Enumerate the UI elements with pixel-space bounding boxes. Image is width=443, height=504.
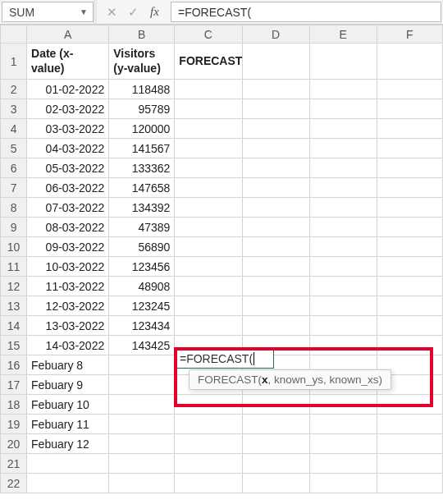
col-header-A[interactable]: A xyxy=(27,25,109,44)
cell[interactable] xyxy=(175,277,242,296)
row-header[interactable]: 10 xyxy=(1,237,27,257)
cell[interactable]: 118488 xyxy=(109,80,175,99)
cell[interactable] xyxy=(175,395,242,415)
cell[interactable] xyxy=(309,395,377,415)
cell[interactable] xyxy=(175,218,242,237)
cell[interactable] xyxy=(242,434,309,454)
row-header[interactable]: 17 xyxy=(1,375,27,395)
cell[interactable]: 120000 xyxy=(109,119,175,139)
cell[interactable] xyxy=(175,415,242,434)
cell[interactable] xyxy=(242,415,309,434)
cell[interactable] xyxy=(309,218,377,237)
cell[interactable]: FORECAST xyxy=(175,44,242,80)
col-header-D[interactable]: D xyxy=(242,25,309,44)
cell[interactable] xyxy=(309,316,377,336)
cell[interactable]: 123434 xyxy=(109,316,175,336)
cell[interactable] xyxy=(109,454,175,474)
cell[interactable] xyxy=(242,257,309,277)
cell[interactable] xyxy=(242,99,309,119)
cell[interactable] xyxy=(309,296,377,316)
row-header[interactable]: 3 xyxy=(1,99,27,119)
cell[interactable] xyxy=(175,434,242,454)
cell[interactable] xyxy=(309,198,377,218)
row-header[interactable]: 22 xyxy=(1,474,27,493)
chevron-down-icon[interactable]: ▼ xyxy=(78,7,89,16)
cell[interactable] xyxy=(377,44,442,80)
cell[interactable] xyxy=(175,139,242,158)
cell[interactable]: 147658 xyxy=(109,178,175,198)
cell[interactable] xyxy=(377,178,442,198)
cell[interactable]: Febuary 10 xyxy=(27,395,109,415)
cell[interactable] xyxy=(109,415,175,434)
cell[interactable] xyxy=(377,277,442,296)
row-header[interactable]: 9 xyxy=(1,218,27,237)
cell[interactable] xyxy=(242,139,309,158)
cell[interactable] xyxy=(309,415,377,434)
row-header[interactable]: 1 xyxy=(1,44,27,80)
cell[interactable] xyxy=(242,296,309,316)
cell[interactable] xyxy=(175,80,242,99)
col-header-E[interactable]: E xyxy=(309,25,377,44)
cell[interactable] xyxy=(242,178,309,198)
cell[interactable]: 05-03-2022 xyxy=(27,158,109,178)
row-header[interactable]: 20 xyxy=(1,434,27,454)
cell[interactable]: 11-03-2022 xyxy=(27,277,109,296)
cell[interactable] xyxy=(175,99,242,119)
cell[interactable] xyxy=(377,198,442,218)
cell[interactable] xyxy=(242,119,309,139)
cell[interactable] xyxy=(377,139,442,158)
row-header[interactable]: 2 xyxy=(1,80,27,99)
cell[interactable] xyxy=(242,198,309,218)
cell[interactable] xyxy=(377,415,442,434)
cell[interactable]: 95789 xyxy=(109,99,175,119)
cell[interactable] xyxy=(109,474,175,493)
cell[interactable]: 12-03-2022 xyxy=(27,296,109,316)
cell[interactable] xyxy=(377,218,442,237)
cell[interactable] xyxy=(309,474,377,493)
cell[interactable]: 10-03-2022 xyxy=(27,257,109,277)
cell[interactable] xyxy=(377,237,442,257)
cell[interactable]: 02-03-2022 xyxy=(27,99,109,119)
row-header[interactable]: 14 xyxy=(1,316,27,336)
cell[interactable]: 07-03-2022 xyxy=(27,198,109,218)
row-header[interactable]: 13 xyxy=(1,296,27,316)
cell[interactable] xyxy=(27,454,109,474)
cell[interactable] xyxy=(242,80,309,99)
cell[interactable]: 14-03-2022 xyxy=(27,336,109,355)
cell[interactable]: 134392 xyxy=(109,198,175,218)
cell[interactable] xyxy=(309,454,377,474)
insert-function-icon[interactable]: fx xyxy=(144,1,166,24)
cell[interactable] xyxy=(309,257,377,277)
cell[interactable] xyxy=(175,474,242,493)
cell[interactable]: 48908 xyxy=(109,277,175,296)
cell[interactable]: 133362 xyxy=(109,158,175,178)
cell[interactable]: Visitors (y-value) xyxy=(109,44,175,80)
cell[interactable] xyxy=(175,454,242,474)
cell[interactable] xyxy=(109,375,175,395)
cell[interactable] xyxy=(377,80,442,99)
cell[interactable] xyxy=(309,178,377,198)
cell[interactable]: 47389 xyxy=(109,218,175,237)
cell[interactable] xyxy=(109,395,175,415)
cell[interactable]: 06-03-2022 xyxy=(27,178,109,198)
row-header[interactable]: 6 xyxy=(1,158,27,178)
select-all-corner[interactable] xyxy=(1,25,27,44)
cell[interactable]: 04-03-2022 xyxy=(27,139,109,158)
cell[interactable] xyxy=(175,316,242,336)
enter-icon[interactable]: ✓ xyxy=(123,1,144,24)
cell[interactable]: 123456 xyxy=(109,257,175,277)
row-header[interactable]: 4 xyxy=(1,119,27,139)
cell[interactable] xyxy=(309,158,377,178)
formula-bar[interactable]: =FORECAST( xyxy=(171,2,441,22)
cell[interactable] xyxy=(309,99,377,119)
cell[interactable] xyxy=(242,277,309,296)
cell[interactable] xyxy=(242,316,309,336)
cell[interactable]: 56890 xyxy=(109,237,175,257)
cell[interactable] xyxy=(377,434,442,454)
cell[interactable] xyxy=(175,178,242,198)
row-header[interactable]: 21 xyxy=(1,454,27,474)
cell[interactable] xyxy=(242,158,309,178)
name-box[interactable]: SUM ▼ xyxy=(2,2,94,22)
cell[interactable] xyxy=(377,158,442,178)
col-header-B[interactable]: B xyxy=(109,25,175,44)
